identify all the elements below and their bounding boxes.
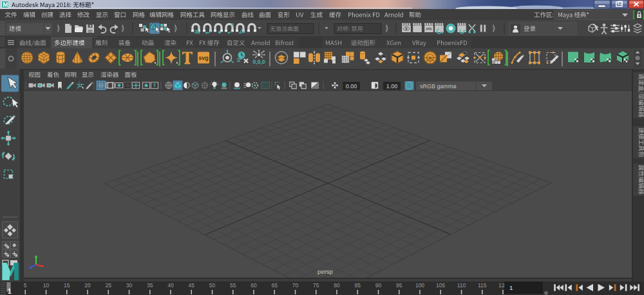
svg-text:70: 70 <box>292 282 299 289</box>
svg-text:15: 15 <box>64 282 70 289</box>
svg-text:115: 115 <box>478 282 487 289</box>
svg-text:sRGB gamma: sRGB gamma <box>420 83 457 90</box>
svg-text:1: 1 <box>8 288 12 295</box>
svg-text:90: 90 <box>375 282 382 289</box>
svg-text:50: 50 <box>209 282 216 289</box>
svg-text:1.00: 1.00 <box>386 83 398 90</box>
svg-text:85: 85 <box>354 282 361 289</box>
svg-text:20: 20 <box>84 282 91 289</box>
svg-text:persp: persp <box>317 268 333 275</box>
svg-text:T: T <box>153 83 156 88</box>
svg-text:110: 110 <box>457 282 466 289</box>
svg-text:0,0,0: 0,0,0 <box>253 59 265 65</box>
svg-text:75: 75 <box>313 282 319 289</box>
svg-text:30: 30 <box>126 282 133 289</box>
svg-text:5: 5 <box>24 282 27 289</box>
svg-text:45: 45 <box>188 282 194 289</box>
svg-text:1: 1 <box>509 284 513 291</box>
svg-text:65: 65 <box>271 282 278 289</box>
svg-text:105: 105 <box>436 282 445 289</box>
svg-text:35: 35 <box>147 282 153 289</box>
svg-text:0.00: 0.00 <box>346 83 357 90</box>
svg-text:100: 100 <box>415 282 424 289</box>
svg-text:IPR: IPR <box>426 27 431 31</box>
svg-text:80: 80 <box>334 282 340 289</box>
svg-text:svg: svg <box>198 55 209 61</box>
svg-text:40: 40 <box>167 282 174 289</box>
svg-text:60: 60 <box>251 282 257 289</box>
svg-text:25: 25 <box>105 282 111 289</box>
svg-text:95: 95 <box>396 282 402 289</box>
svg-text:55: 55 <box>230 282 236 289</box>
svg-text:10: 10 <box>43 282 50 289</box>
